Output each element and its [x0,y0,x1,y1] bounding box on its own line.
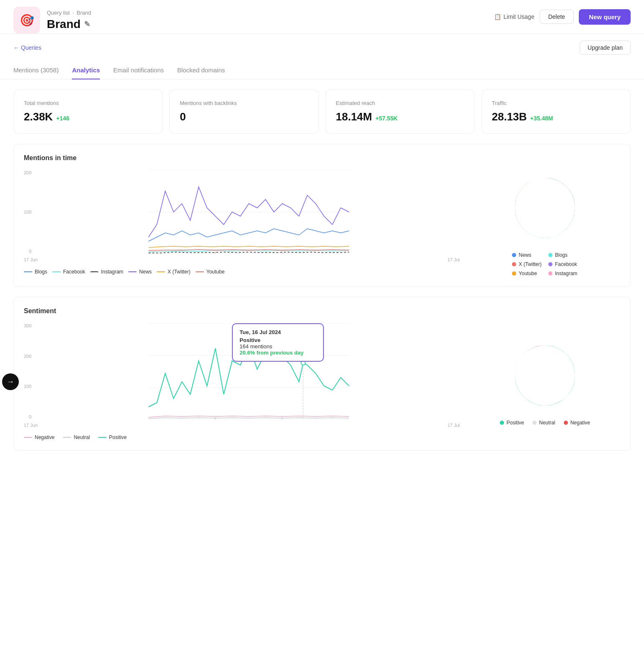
stat-traffic: Traffic 28.13B +35.48M [481,89,631,134]
donut-legend-2: Positive Neutral Negative [500,420,590,426]
tab-analytics[interactable]: Analytics [72,61,100,79]
header-left: 🎯 Query list › Brand Brand ✎ [13,7,91,33]
mentions-chart-section: Mentions in time 2001000 [13,144,631,287]
sentiment-chart-title: Sentiment [24,307,620,315]
page-header: 🎯 Query list › Brand Brand ✎ 📋 Limit Usa… [0,0,644,34]
legend-facebook: Facebook [52,269,85,275]
legend-news: News [128,269,152,275]
tab-email[interactable]: Email notifications [113,61,164,79]
sentiment-legend: Negative Neutral Positive [24,434,460,440]
chart-inner: 2001000 [24,170,620,276]
sentiment-inner: → 3002001000 Tue, 16 Jul 2024 Positive [24,323,620,440]
donut-chart-1: News Blogs X (Twitter) Facebook [470,170,620,276]
stat-value: 28.13B +35.48M [492,110,620,123]
stats-row: Total mentions 2.38K +146 Mentions with … [13,89,631,134]
stat-label: Estimated reach [336,100,464,106]
sentiment-left: 3002001000 Tue, 16 Jul 2024 Positive 164… [24,323,460,440]
svg-point-25 [523,354,567,397]
stat-value: 2.38K +146 [24,110,152,123]
tooltip-change: 20.6% from previous day [239,350,316,356]
main-content: Total mentions 2.38K +146 Mentions with … [0,79,644,471]
limit-usage-button[interactable]: 📋 Limit Usage [494,13,535,20]
stat-reach: Estimated reach 18.14M +57.55K [326,89,475,134]
stat-label: Traffic [492,100,620,106]
chart-legend: Blogs Facebook Instagram News [24,269,460,275]
svg-point-12 [523,186,567,230]
chart-title: Mentions in time [24,154,620,162]
stat-delta: +146 [56,115,69,122]
delete-button[interactable]: Delete [540,10,574,24]
tooltip-type: Positive [239,337,316,343]
page-title: Brand ✎ [47,18,91,31]
legend-youtube: Youtube [196,269,225,275]
edit-icon[interactable]: ✎ [84,20,90,29]
tab-blocked[interactable]: Blocked domains [177,61,225,79]
donut-legend-1: News Blogs X (Twitter) Facebook [512,252,578,276]
stat-value: 0 [180,110,308,123]
tooltip-mentions: 164 mentions [239,343,316,350]
stat-total-mentions: Total mentions 2.38K +146 [13,89,163,134]
legend-blogs: Blogs [24,269,47,275]
navigate-left-button[interactable]: → [2,373,19,390]
back-link[interactable]: ← Queries [13,44,41,51]
sentiment-x-axis: 17 Jun 17 Jul [24,423,460,428]
sub-header: ← Queries Upgrade plan [0,34,644,61]
stat-delta: +57.55K [375,115,397,122]
tab-mentions[interactable]: Mentions (3058) [13,61,59,79]
legend-instagram: Instagram [90,269,123,275]
sentiment-tooltip: Tue, 16 Jul 2024 Positive 164 mentions 2… [232,323,324,362]
mentions-line-chart [38,170,460,254]
stat-backlinks: Mentions with backlinks 0 [169,89,318,134]
tabs-nav: Mentions (3058) Analytics Email notifica… [0,61,644,79]
chart-left: 2001000 [24,170,460,276]
legend-negative: Negative [24,434,54,440]
title-area: Query list › Brand Brand ✎ [47,10,91,31]
new-query-button[interactable]: New query [579,9,631,25]
chart-x-axis: 17 Jun 17 Jul [24,257,460,262]
sentiment-donut: Positive Neutral Negative [470,323,620,440]
tooltip-date: Tue, 16 Jul 2024 [239,329,316,335]
legend-positive: Positive [98,434,127,440]
stat-label: Total mentions [24,100,152,106]
breadcrumb: Query list › Brand [47,10,91,16]
legend-xtwitter: X (Twitter) [157,269,191,275]
stat-value: 18.14M +57.55K [336,110,464,123]
upgrade-button[interactable]: Upgrade plan [580,41,631,55]
legend-neutral: Neutral [63,434,90,440]
header-right: 📋 Limit Usage Delete New query [494,9,631,31]
sentiment-chart-section: Sentiment → 3002001000 Tue, 16 Jul 2 [13,297,631,451]
stat-delta: +35.48M [530,115,553,122]
limit-icon: 📋 [494,13,501,20]
logo: 🎯 [13,7,40,33]
stat-label: Mentions with backlinks [180,100,308,106]
